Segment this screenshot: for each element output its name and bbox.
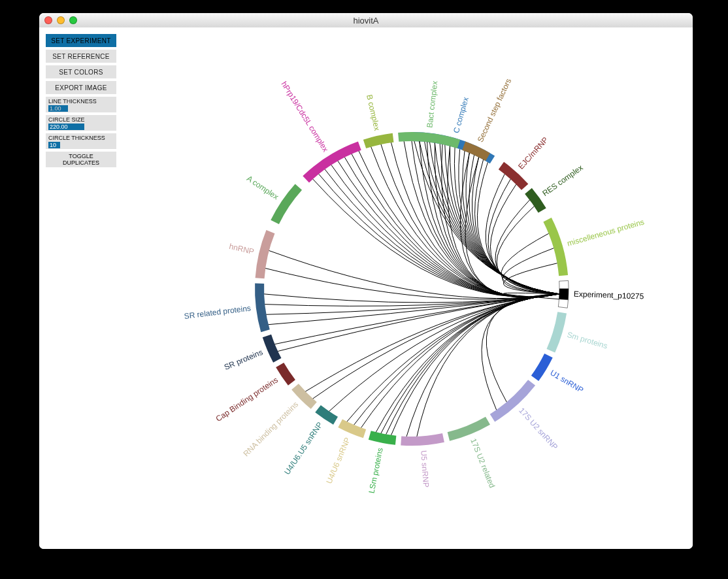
circle-thickness-value: 10 (48, 142, 60, 148)
chord-segment[interactable] (462, 141, 490, 161)
chord-link (488, 179, 559, 294)
chord-segment[interactable] (543, 218, 568, 276)
chord-segment-experiment[interactable] (559, 280, 569, 289)
chord-diagram: C complexEJC/mRNPRES complexmiscelleneou… (105, 27, 693, 549)
chord-link (354, 294, 559, 425)
chord-link (414, 141, 559, 294)
chord-segment[interactable] (338, 420, 366, 438)
chord-segment-experiment[interactable] (558, 299, 568, 308)
chord-segment-label: A complex (245, 174, 280, 202)
chord-segment-label: Second step factors (476, 77, 514, 144)
chord-segment-experiment[interactable] (559, 289, 569, 300)
chord-segment-label: RNA binding proteins (241, 400, 300, 459)
chord-link (359, 151, 559, 297)
chord-link (305, 294, 559, 391)
chord-link (425, 142, 559, 294)
chord-segment-label: U4/U6.U5 snRNP (282, 420, 324, 476)
chord-link (427, 142, 559, 297)
chord-segment-label: Experiment_p10275 (574, 290, 644, 301)
chord-link (490, 184, 559, 294)
line-thickness-value: 1.00 (48, 105, 68, 112)
chord-segment[interactable] (271, 184, 302, 224)
chord-segment-label: B complex (365, 93, 382, 131)
chord-link (503, 248, 559, 294)
chord-link (269, 251, 559, 299)
chord-segment-label: Bact complex (425, 80, 439, 128)
content-area: SET EXPERIMENT SET REFERENCE SET COLORS … (39, 27, 693, 549)
chord-segment-label: 17S U2 related (469, 437, 497, 489)
line-thickness-label: LINE THICKNESS (48, 98, 114, 105)
chord-link (347, 294, 559, 422)
chord-segment-label: EJC/mRNP (516, 135, 550, 171)
titlebar[interactable]: hiovitA (39, 13, 693, 28)
chord-segment-label: U5 snRNP (419, 450, 431, 488)
chord-link (495, 200, 559, 294)
chord-segment[interactable] (531, 354, 553, 381)
window-title: hiovitA (39, 16, 693, 25)
chord-segment-label: miscelleneous proteins (566, 217, 645, 248)
chord-segment-label: RES complex (540, 163, 584, 198)
chord-link (386, 294, 559, 435)
chord-segment-label: 17S U2 snRNP (517, 406, 559, 452)
chord-link (361, 294, 559, 427)
chord-link (412, 141, 559, 297)
chord-segment-label: SR proteins (223, 348, 264, 372)
circle-size-label: CIRCLE SIZE (48, 116, 114, 123)
chord-segment-label: U4/U6 snRNP (324, 436, 352, 485)
chord-segment[interactable] (255, 284, 270, 333)
chord-segment[interactable] (303, 141, 361, 182)
chord-link (420, 141, 559, 297)
chord-link (313, 294, 559, 399)
chord-segment-label: hnRNP (228, 242, 255, 256)
chord-segment-label: hPrp19/Cdc5L complex (279, 80, 330, 154)
chord-segment[interactable] (256, 230, 275, 278)
chord-segment-label: SR related proteins (184, 303, 252, 320)
chord-segment[interactable] (546, 312, 567, 352)
chord-segment[interactable] (263, 335, 282, 363)
chord-segment[interactable] (401, 433, 444, 446)
circle-size-value: 220.00 (48, 124, 84, 130)
chord-link (501, 233, 559, 294)
chord-segment-label: C complex (452, 96, 471, 134)
chord-segment-label: U1 snRNP (548, 368, 585, 395)
chord-segment-label: Cap Binding proteins (214, 375, 280, 423)
chord-segment[interactable] (398, 132, 460, 148)
chord-link (376, 294, 559, 432)
circle-thickness-label: CIRCLE THICKNESS (48, 135, 114, 141)
chord-segment-label: Sm proteins (566, 330, 608, 351)
chord-segment[interactable] (448, 417, 490, 441)
chord-segment-label: LSm proteins (367, 447, 385, 494)
chord-segment[interactable] (363, 133, 394, 148)
app-window: hiovitA SET EXPERIMENT SET REFERENCE SET… (39, 13, 693, 549)
chord-link (319, 174, 559, 297)
